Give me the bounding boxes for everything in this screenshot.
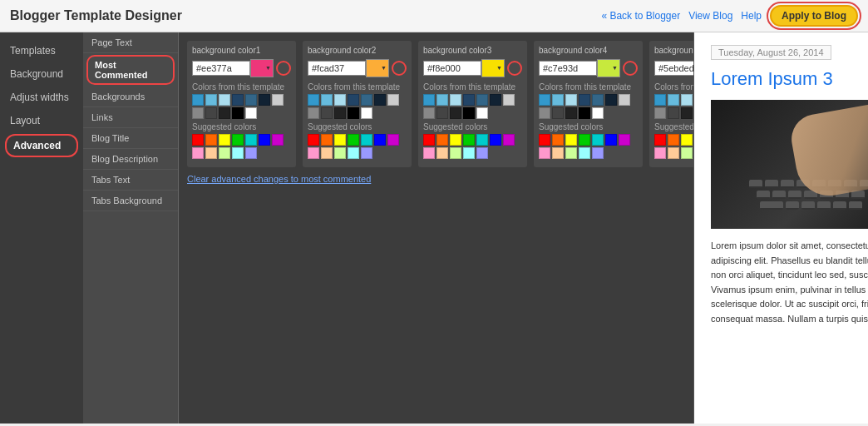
swatch[interactable] (423, 147, 435, 159)
sub-sidebar-page-text[interactable]: Page Text (83, 32, 178, 53)
swatch[interactable] (232, 107, 244, 119)
swatch[interactable] (681, 147, 693, 159)
swatch[interactable] (605, 134, 617, 146)
swatch[interactable] (476, 147, 488, 159)
sub-sidebar-tabs-text[interactable]: Tabs Text (83, 170, 178, 191)
swatch[interactable] (681, 107, 693, 119)
swatch[interactable] (245, 134, 257, 146)
swatch[interactable] (334, 107, 346, 119)
swatch[interactable] (334, 94, 346, 106)
swatch[interactable] (321, 107, 333, 119)
swatch[interactable] (552, 147, 564, 159)
apply-to-blog-button[interactable]: Apply to Blog (770, 5, 858, 27)
swatch[interactable] (654, 107, 666, 119)
swatch[interactable] (192, 134, 204, 146)
swatch[interactable] (219, 134, 230, 146)
swatch[interactable] (552, 94, 564, 106)
swatch[interactable] (539, 94, 550, 106)
swatch[interactable] (219, 147, 230, 159)
swatch[interactable] (503, 134, 515, 146)
swatch[interactable] (321, 94, 333, 106)
swatch[interactable] (259, 134, 270, 146)
swatch[interactable] (565, 134, 577, 146)
help-link[interactable]: Help (741, 10, 762, 22)
back-to-blogger-link[interactable]: « Back to Blogger (601, 10, 680, 22)
swatch[interactable] (374, 94, 386, 106)
swatch[interactable] (272, 134, 284, 146)
swatch[interactable] (205, 134, 217, 146)
swatch[interactable] (348, 107, 359, 119)
swatch[interactable] (334, 147, 346, 159)
bg1-hex-input[interactable] (192, 61, 250, 76)
swatch[interactable] (490, 94, 501, 106)
swatch[interactable] (565, 94, 577, 106)
swatch[interactable] (654, 147, 666, 159)
swatch[interactable] (232, 134, 244, 146)
sidebar-item-advanced[interactable]: Advanced (5, 134, 78, 157)
swatch[interactable] (321, 147, 333, 159)
swatch[interactable] (308, 94, 319, 106)
sidebar-item-background[interactable]: Background (0, 62, 83, 86)
swatch[interactable] (361, 94, 372, 106)
swatch[interactable] (348, 147, 359, 159)
swatch[interactable] (219, 94, 230, 106)
swatch[interactable] (579, 94, 590, 106)
swatch[interactable] (205, 107, 217, 119)
bg3-hex-input[interactable] (423, 61, 481, 76)
swatch[interactable] (463, 94, 475, 106)
bg4-swatch-btn[interactable] (597, 59, 620, 77)
swatch[interactable] (423, 107, 435, 119)
sub-sidebar-links[interactable]: Links (83, 107, 178, 128)
swatch[interactable] (539, 147, 550, 159)
swatch[interactable] (619, 94, 630, 106)
swatch[interactable] (565, 147, 577, 159)
swatch[interactable] (423, 134, 435, 146)
swatch[interactable] (245, 107, 257, 119)
swatch[interactable] (450, 147, 461, 159)
bg2-hex-input[interactable] (308, 61, 366, 76)
swatch[interactable] (476, 94, 488, 106)
swatch[interactable] (654, 94, 666, 106)
swatch[interactable] (436, 147, 448, 159)
sidebar-item-layout[interactable]: Layout (0, 109, 83, 132)
bg2-swatch-btn[interactable] (366, 59, 389, 77)
bg3-swatch-btn[interactable] (481, 59, 505, 77)
swatch[interactable] (272, 94, 284, 106)
swatch[interactable] (387, 134, 399, 146)
swatch[interactable] (205, 147, 217, 159)
bg5-hex-input[interactable] (654, 61, 694, 76)
swatch[interactable] (592, 94, 604, 106)
swatch[interactable] (192, 94, 204, 106)
swatch[interactable] (308, 134, 319, 146)
swatch[interactable] (463, 147, 475, 159)
swatch[interactable] (450, 94, 461, 106)
sub-sidebar-tabs-background[interactable]: Tabs Background (83, 191, 178, 211)
sub-sidebar-blog-description[interactable]: Blog Description (83, 149, 178, 170)
view-blog-link[interactable]: View Blog (688, 10, 732, 22)
swatch[interactable] (334, 134, 346, 146)
swatch[interactable] (387, 94, 399, 106)
swatch[interactable] (436, 107, 448, 119)
swatch[interactable] (192, 147, 204, 159)
swatch[interactable] (463, 107, 475, 119)
swatch[interactable] (668, 107, 679, 119)
swatch[interactable] (592, 134, 604, 146)
sidebar-item-templates[interactable]: Templates (0, 39, 83, 62)
swatch[interactable] (219, 107, 230, 119)
swatch[interactable] (579, 107, 590, 119)
sub-sidebar-blog-title[interactable]: Blog Title (83, 128, 178, 149)
swatch[interactable] (321, 134, 333, 146)
swatch[interactable] (245, 147, 257, 159)
swatch[interactable] (361, 107, 372, 119)
swatch[interactable] (308, 147, 319, 159)
swatch[interactable] (259, 94, 270, 106)
swatch[interactable] (579, 147, 590, 159)
sub-sidebar-backgrounds[interactable]: Backgrounds (83, 87, 178, 107)
swatch[interactable] (503, 94, 515, 106)
swatch[interactable] (423, 94, 435, 106)
swatch[interactable] (539, 134, 550, 146)
swatch[interactable] (192, 107, 204, 119)
swatch[interactable] (205, 94, 217, 106)
swatch[interactable] (552, 134, 564, 146)
swatch[interactable] (668, 134, 679, 146)
